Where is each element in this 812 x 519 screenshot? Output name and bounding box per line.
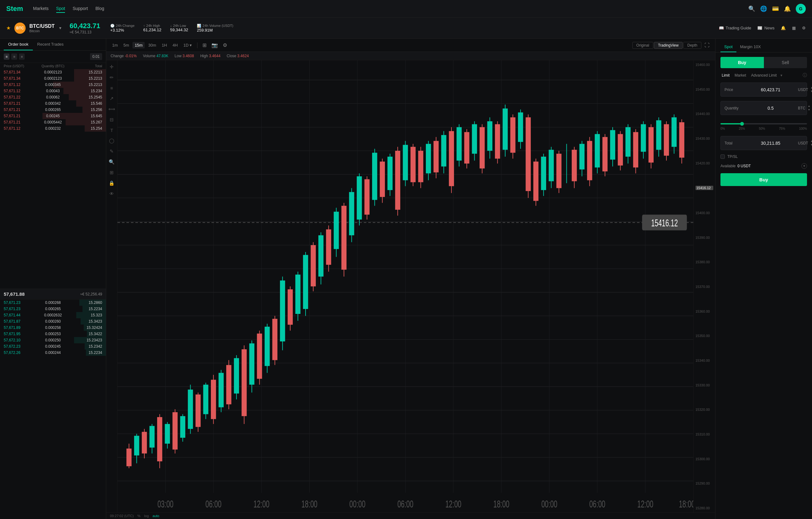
pen-tool[interactable]: ✏ [108,74,115,82]
trading-guide-button[interactable]: 📖 Trading Guide [719,26,751,30]
add-funds-icon[interactable]: + [801,163,807,169]
svg-text:12:00: 12:00 [637,499,653,510]
svg-rect-63 [241,349,246,416]
pattern-tool[interactable]: ⊞ [108,168,115,176]
buy-button[interactable]: Buy [721,57,764,68]
news-button[interactable]: 📰 News [757,26,775,30]
layout-icon[interactable]: ▦ [792,26,796,30]
nav-markets[interactable]: Markets [33,5,49,13]
svg-rect-39 [149,426,154,447]
tab-order-book[interactable]: Order book [4,39,33,50]
svg-rect-173 [664,124,669,156]
tf-1m[interactable]: 1m [110,42,120,49]
view-depth[interactable]: Depth [683,42,701,49]
tab-margin[interactable]: Margin 10X [736,42,764,52]
view-original[interactable]: Original [632,42,653,49]
svg-rect-57 [219,373,224,407]
buy-sell-toggle: Buy Sell [721,57,807,68]
slider-thumb[interactable] [740,122,744,126]
auto-label[interactable]: auto [152,514,159,518]
svg-rect-79 [303,255,308,309]
quantity-up-arrow[interactable]: ▲ [807,104,811,108]
tab-spot[interactable]: Spot [721,42,736,52]
pct-label[interactable]: % [138,514,141,518]
lock-tool[interactable]: 🔒 [108,179,116,187]
slider-track[interactable] [721,123,807,125]
levels-tool[interactable]: ⊟ [108,116,115,124]
search-icon[interactable]: 🔍 [748,5,755,12]
svg-rect-165 [633,132,638,167]
low-label: ↓24h Low [170,24,188,28]
ob-view-both[interactable]: ≡ [4,53,9,60]
pencil-tool[interactable]: ✎ [108,147,115,155]
eye-tool[interactable]: 👁 [108,190,115,198]
lines-tool[interactable]: ≡ [109,84,114,92]
shape-tool[interactable]: ◯ [108,137,116,145]
tf-1h[interactable]: 1H [160,42,169,49]
alert-icon[interactable]: 🔔 [781,26,786,30]
nav-support[interactable]: Support [72,5,88,13]
ob-precision-selector[interactable]: 0.01 [90,53,102,60]
price-up-arrow[interactable]: ▲ [810,86,812,89]
indicators-icon[interactable]: ⊞ [201,41,208,49]
zoom-tool[interactable]: 🔍 [108,158,116,166]
chart-change: Change -0.01% [111,54,137,58]
order-type-limit[interactable]: Limit [721,73,731,78]
nav-blog[interactable]: Blog [95,5,104,13]
nav-spot[interactable]: Spot [56,5,65,13]
settings-icon[interactable]: ⚙ [802,26,806,30]
total-unit: USDT [798,141,808,145]
crosshair-tool[interactable]: ✛ [108,63,115,71]
svg-rect-155 [595,134,600,168]
chart-timestamp: 09:27:02 (UTC) [110,514,134,518]
price-down-arrow[interactable]: ▼ [810,90,812,93]
dropdown-icon[interactable]: ▼ [58,26,62,30]
tf-5m[interactable]: 5m [121,42,131,49]
low-value: 59,344.32 [170,28,188,32]
tf-30m[interactable]: 30m [146,42,158,49]
total-down-arrow[interactable]: ▼ [810,143,812,147]
buy-row: 57,671.44 0.0002632 15.323 [0,312,106,318]
ob-view-sell[interactable]: ≡ [11,53,17,60]
total-input[interactable] [743,141,798,146]
total-input-group: Total USDT ▲ ▼ [721,136,807,150]
quantity-down-arrow[interactable]: ▼ [807,108,811,112]
tab-recent-trades[interactable]: Recent Trades [33,39,68,50]
ob-view-buy[interactable]: ≡ [19,53,25,60]
tf-4h[interactable]: 4H [170,42,180,49]
total-up-arrow[interactable]: ▲ [810,139,812,143]
chart-volume-val: 47.83K [156,54,168,58]
tpsl-checkbox[interactable] [721,155,725,159]
wallet-icon[interactable]: 💳 [772,5,779,12]
chart-settings-icon[interactable]: ⚙ [221,41,229,49]
fullscreen-icon[interactable]: ⛶ [703,42,712,49]
screenshot-icon[interactable]: 📷 [210,41,220,49]
svg-rect-65 [249,343,254,385]
total-arrows: ▲ ▼ [810,139,812,147]
price-input-group: Price USDT ▲ ▼ [721,83,807,97]
tf-1d[interactable]: 1D ▾ [181,42,194,49]
avatar[interactable]: G [796,4,806,14]
order-type-advanced[interactable]: Advanced Limit [750,73,778,78]
order-type-info-icon[interactable]: ⓘ [803,73,807,78]
svg-rect-117 [449,131,454,186]
ob-controls: ≡ ≡ ≡ 0.01 [0,51,106,63]
ticker-coin-name: Bitcoin [29,29,55,33]
quantity-input[interactable] [743,106,798,111]
favorite-icon[interactable]: ★ [6,25,11,31]
globe-icon[interactable]: 🌐 [760,5,767,12]
svg-rect-159 [610,130,615,160]
bell-icon[interactable]: 🔔 [784,5,791,12]
arrow-tool[interactable]: ↗ [108,94,115,103]
price-input[interactable] [743,87,798,92]
sell-button[interactable]: Sell [764,57,807,68]
svg-rect-109 [418,151,423,182]
measure-tool[interactable]: ⟺ [107,105,117,113]
tf-15m[interactable]: 15m [133,42,145,49]
log-label[interactable]: log [144,514,149,518]
main-layout: Order book Recent Trades ≡ ≡ ≡ 0.01 Pric… [0,39,812,519]
order-type-market[interactable]: Market [733,73,747,78]
text-tool[interactable]: T [109,126,114,134]
submit-buy-button[interactable]: Buy [721,173,807,186]
view-tradingview[interactable]: TradingView [654,42,683,49]
